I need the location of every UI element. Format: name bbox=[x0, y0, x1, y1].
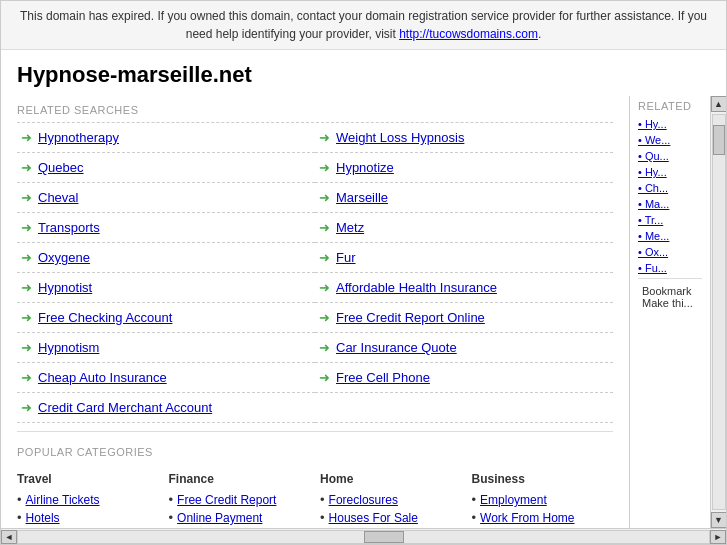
sidebar-related-label: RELATED bbox=[638, 96, 702, 118]
popular-col-travel-list: Airline Tickets Hotels Car Rental bbox=[17, 492, 159, 528]
link-employment[interactable]: Employment bbox=[480, 493, 547, 507]
list-item: ➜ Marseille bbox=[315, 183, 613, 213]
list-item: ➜ Oxygene bbox=[17, 243, 315, 273]
notification-bar: This domain has expired. If you owned th… bbox=[1, 1, 726, 50]
link-houses-for-sale[interactable]: Houses For Sale bbox=[329, 511, 418, 525]
search-link-cheval[interactable]: Cheval bbox=[38, 190, 78, 205]
list-item: Work From Home bbox=[472, 510, 614, 525]
link-work-from-home[interactable]: Work From Home bbox=[480, 511, 574, 525]
list-item: Online Payment bbox=[169, 510, 311, 525]
search-link-transports[interactable]: Transports bbox=[38, 220, 100, 235]
notification-text: This domain has expired. If you owned th… bbox=[20, 9, 707, 41]
link-free-credit-report[interactable]: Free Credit Report bbox=[177, 493, 276, 507]
link-online-payment[interactable]: Online Payment bbox=[177, 511, 262, 525]
link-airline-tickets[interactable]: Airline Tickets bbox=[26, 493, 100, 507]
sidebar-link-4[interactable]: • Hy... bbox=[638, 166, 702, 178]
popular-col-travel: Travel Airline Tickets Hotels Car Rental bbox=[17, 472, 159, 528]
search-link-car-insurance[interactable]: Car Insurance Quote bbox=[336, 340, 457, 355]
arrow-icon: ➜ bbox=[319, 220, 330, 235]
search-link-weight-loss-hypnosis[interactable]: Weight Loss Hypnosis bbox=[336, 130, 464, 145]
list-item: ➜ Hypnotherapy bbox=[17, 123, 315, 153]
arrow-icon: ➜ bbox=[319, 310, 330, 325]
popular-categories-section: POPULAR CATEGORIES Travel Airline Ticket… bbox=[17, 431, 613, 528]
search-link-fur[interactable]: Fur bbox=[336, 250, 356, 265]
list-item: ➜ Cheap Auto Insurance bbox=[17, 363, 315, 393]
search-link-marseille[interactable]: Marseille bbox=[336, 190, 388, 205]
related-searches-grid: ➜ Hypnotherapy ➜ Weight Loss Hypnosis ➜ … bbox=[17, 122, 613, 423]
list-item: ➜ Car Insurance Quote bbox=[315, 333, 613, 363]
search-link-hypnotism[interactable]: Hypnotism bbox=[38, 340, 99, 355]
arrow-icon: ➜ bbox=[21, 190, 32, 205]
popular-col-finance-list: Free Credit Report Online Payment Credit… bbox=[169, 492, 311, 528]
arrow-icon: ➜ bbox=[319, 190, 330, 205]
popular-col-home: Home Foreclosures Houses For Sale Mortga… bbox=[320, 472, 462, 528]
search-link-quebec[interactable]: Quebec bbox=[38, 160, 84, 175]
popular-categories-grid: Travel Airline Tickets Hotels Car Rental… bbox=[17, 464, 613, 528]
vertical-scrollbar[interactable]: ▲ ▼ bbox=[710, 96, 726, 528]
popular-col-business-list: Employment Work From Home Reorder Checks bbox=[472, 492, 614, 528]
list-item: ➜ Transports bbox=[17, 213, 315, 243]
related-searches-label: RELATED SEARCHES bbox=[17, 96, 613, 122]
link-hotels[interactable]: Hotels bbox=[26, 511, 60, 525]
list-item: ➜ Hypnotism bbox=[17, 333, 315, 363]
list-item: ➜ Affordable Health Insurance bbox=[315, 273, 613, 303]
search-link-hypnotist[interactable]: Hypnotist bbox=[38, 280, 92, 295]
sidebar-link-3[interactable]: • Qu... bbox=[638, 150, 702, 162]
sidebar-link-10[interactable]: • Fu... bbox=[638, 262, 702, 274]
sidebar-link-1[interactable]: • Hy... bbox=[638, 118, 702, 130]
site-title: Hypnose-marseille.net bbox=[1, 50, 726, 96]
search-link-affordable-health[interactable]: Affordable Health Insurance bbox=[336, 280, 497, 295]
sidebar-link-9[interactable]: • Ox... bbox=[638, 246, 702, 258]
link-foreclosures[interactable]: Foreclosures bbox=[329, 493, 398, 507]
popular-col-finance: Finance Free Credit Report Online Paymen… bbox=[169, 472, 311, 528]
search-link-credit-card-merchant[interactable]: Credit Card Merchant Account bbox=[38, 400, 212, 415]
popular-categories-label: POPULAR CATEGORIES bbox=[17, 438, 613, 464]
list-item: ➜ Free Credit Report Online bbox=[315, 303, 613, 333]
scroll-down-button[interactable]: ▼ bbox=[711, 512, 727, 528]
bookmark-line1: Bookmark bbox=[642, 285, 698, 297]
hscroll-thumb[interactable] bbox=[364, 531, 404, 543]
arrow-icon: ➜ bbox=[319, 370, 330, 385]
arrow-icon: ➜ bbox=[319, 250, 330, 265]
popular-col-home-list: Foreclosures Houses For Sale Mortgage bbox=[320, 492, 462, 528]
search-link-free-cell-phone[interactable]: Free Cell Phone bbox=[336, 370, 430, 385]
scroll-right-button[interactable]: ► bbox=[710, 530, 726, 544]
search-link-free-checking[interactable]: Free Checking Account bbox=[38, 310, 172, 325]
arrow-icon: ➜ bbox=[319, 130, 330, 145]
tucows-link[interactable]: http://tucowsdomains.com bbox=[399, 27, 538, 41]
search-link-cheap-auto[interactable]: Cheap Auto Insurance bbox=[38, 370, 167, 385]
arrow-icon: ➜ bbox=[21, 130, 32, 145]
sidebar-link-6[interactable]: • Ma... bbox=[638, 198, 702, 210]
arrow-icon: ➜ bbox=[21, 280, 32, 295]
arrow-icon: ➜ bbox=[21, 400, 32, 415]
scroll-up-button[interactable]: ▲ bbox=[711, 96, 727, 112]
bookmark-line2: Make thi... bbox=[642, 297, 698, 309]
scroll-left-button[interactable]: ◄ bbox=[1, 530, 17, 544]
hscroll-track[interactable] bbox=[17, 530, 710, 544]
scroll-thumb[interactable] bbox=[713, 125, 725, 155]
arrow-icon: ➜ bbox=[21, 370, 32, 385]
search-link-metz[interactable]: Metz bbox=[336, 220, 364, 235]
search-link-free-credit-report[interactable]: Free Credit Report Online bbox=[336, 310, 485, 325]
sidebar-link-5[interactable]: • Ch... bbox=[638, 182, 702, 194]
horizontal-scrollbar[interactable]: ◄ ► bbox=[1, 528, 726, 544]
search-link-oxygene[interactable]: Oxygene bbox=[38, 250, 90, 265]
search-link-hypnotize[interactable]: Hypnotize bbox=[336, 160, 394, 175]
scroll-track[interactable] bbox=[712, 114, 726, 510]
sidebar-link-7[interactable]: • Tr... bbox=[638, 214, 702, 226]
list-item: ➜ Cheval bbox=[17, 183, 315, 213]
search-link-hypnotherapy[interactable]: Hypnotherapy bbox=[38, 130, 119, 145]
arrow-icon: ➜ bbox=[21, 160, 32, 175]
list-item: ➜ Weight Loss Hypnosis bbox=[315, 123, 613, 153]
list-item: Airline Tickets bbox=[17, 492, 159, 507]
list-item: Houses For Sale bbox=[320, 510, 462, 525]
arrow-icon: ➜ bbox=[21, 310, 32, 325]
list-item: ➜ Free Checking Account bbox=[17, 303, 315, 333]
arrow-icon: ➜ bbox=[21, 340, 32, 355]
sidebar-link-2[interactable]: • We... bbox=[638, 134, 702, 146]
sidebar-link-8[interactable]: • Me... bbox=[638, 230, 702, 242]
popular-col-business: Business Employment Work From Home Reord… bbox=[472, 472, 614, 528]
list-item: ➜ Quebec bbox=[17, 153, 315, 183]
list-item: Hotels bbox=[17, 510, 159, 525]
arrow-icon: ➜ bbox=[319, 280, 330, 295]
